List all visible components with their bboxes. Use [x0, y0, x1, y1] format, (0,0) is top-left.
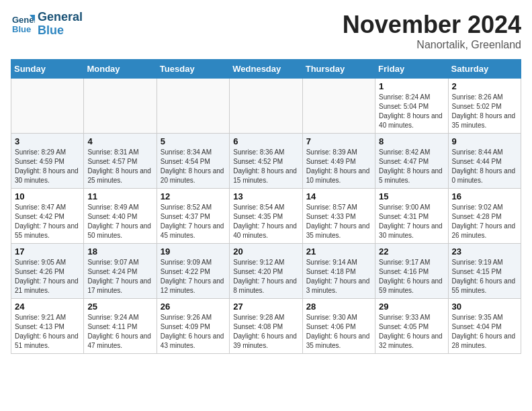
calendar-table: SundayMondayTuesdayWednesdayThursdayFrid… — [11, 59, 521, 354]
day-info: Sunrise: 8:26 AMSunset: 5:02 PMDaylight:… — [452, 93, 517, 130]
calendar-cell: 14Sunrise: 8:57 AMSunset: 4:33 PMDayligh… — [302, 189, 375, 244]
week-row-2: 3Sunrise: 8:29 AMSunset: 4:59 PMDaylight… — [11, 134, 521, 189]
day-info: Sunrise: 8:57 AMSunset: 4:33 PMDaylight:… — [306, 203, 371, 240]
calendar-cell — [84, 79, 157, 134]
day-info: Sunrise: 9:33 AMSunset: 4:05 PMDaylight:… — [379, 313, 444, 351]
day-info: Sunrise: 8:36 AMSunset: 4:52 PMDaylight:… — [233, 148, 298, 185]
day-info: Sunrise: 8:24 AMSunset: 5:04 PMDaylight:… — [379, 93, 444, 130]
day-number: 21 — [306, 246, 371, 257]
calendar-cell: 23Sunrise: 9:19 AMSunset: 4:15 PMDayligh… — [448, 244, 521, 299]
day-info: Sunrise: 8:44 AMSunset: 4:44 PMDaylight:… — [452, 148, 517, 185]
page-header: General Blue General Blue November 2024 … — [11, 11, 521, 51]
day-number: 4 — [87, 136, 152, 146]
svg-text:Blue: Blue — [12, 24, 31, 34]
week-row-1: 1Sunrise: 8:24 AMSunset: 5:04 PMDaylight… — [11, 79, 521, 134]
day-info: Sunrise: 8:52 AMSunset: 4:37 PMDaylight:… — [161, 203, 226, 240]
day-info: Sunrise: 9:35 AMSunset: 4:04 PMDaylight:… — [452, 313, 517, 351]
day-number: 24 — [15, 302, 80, 312]
day-number: 12 — [161, 191, 226, 201]
day-number: 16 — [452, 191, 517, 201]
day-number: 20 — [233, 246, 298, 257]
weekday-header-thursday: Thursday — [302, 60, 375, 79]
day-info: Sunrise: 9:30 AMSunset: 4:06 PMDaylight:… — [306, 313, 371, 351]
day-info: Sunrise: 9:19 AMSunset: 4:15 PMDaylight:… — [452, 258, 517, 295]
day-info: Sunrise: 9:17 AMSunset: 4:16 PMDaylight:… — [379, 258, 444, 295]
day-info: Sunrise: 8:49 AMSunset: 4:40 PMDaylight:… — [87, 203, 152, 240]
calendar-cell: 12Sunrise: 8:52 AMSunset: 4:37 PMDayligh… — [157, 189, 229, 244]
day-info: Sunrise: 9:00 AMSunset: 4:31 PMDaylight:… — [379, 203, 444, 240]
weekday-header-saturday: Saturday — [448, 60, 521, 79]
day-info: Sunrise: 8:31 AMSunset: 4:57 PMDaylight:… — [87, 148, 152, 185]
title-block: November 2024 Nanortalik, Greenland — [343, 11, 521, 51]
calendar-cell — [157, 79, 229, 134]
calendar-cell: 22Sunrise: 9:17 AMSunset: 4:16 PMDayligh… — [375, 244, 448, 299]
day-info: Sunrise: 8:29 AMSunset: 4:59 PMDaylight:… — [15, 148, 80, 185]
day-number: 10 — [15, 191, 80, 201]
day-number: 1 — [379, 81, 444, 91]
weekday-header-friday: Friday — [375, 60, 448, 79]
day-info: Sunrise: 9:05 AMSunset: 4:26 PMDaylight:… — [15, 258, 80, 295]
day-number: 14 — [306, 191, 371, 201]
calendar-cell: 9Sunrise: 8:44 AMSunset: 4:44 PMDaylight… — [448, 134, 521, 189]
calendar-cell: 18Sunrise: 9:07 AMSunset: 4:24 PMDayligh… — [84, 244, 157, 299]
day-info: Sunrise: 8:47 AMSunset: 4:42 PMDaylight:… — [15, 203, 80, 240]
week-row-5: 24Sunrise: 9:21 AMSunset: 4:13 PMDayligh… — [11, 299, 521, 354]
day-info: Sunrise: 9:07 AMSunset: 4:24 PMDaylight:… — [87, 258, 152, 295]
calendar-cell: 5Sunrise: 8:34 AMSunset: 4:54 PMDaylight… — [157, 134, 229, 189]
weekday-header-sunday: Sunday — [11, 60, 84, 79]
calendar-cell: 16Sunrise: 9:02 AMSunset: 4:28 PMDayligh… — [448, 189, 521, 244]
weekday-header-row: SundayMondayTuesdayWednesdayThursdayFrid… — [11, 60, 521, 79]
day-info: Sunrise: 8:39 AMSunset: 4:49 PMDaylight:… — [306, 148, 371, 185]
week-row-3: 10Sunrise: 8:47 AMSunset: 4:42 PMDayligh… — [11, 189, 521, 244]
day-info: Sunrise: 9:21 AMSunset: 4:13 PMDaylight:… — [15, 313, 80, 351]
day-number: 5 — [161, 136, 226, 146]
day-number: 29 — [379, 302, 444, 312]
day-info: Sunrise: 9:14 AMSunset: 4:18 PMDaylight:… — [306, 258, 371, 295]
day-info: Sunrise: 9:26 AMSunset: 4:09 PMDaylight:… — [161, 313, 226, 351]
day-info: Sunrise: 8:34 AMSunset: 4:54 PMDaylight:… — [161, 148, 226, 185]
day-number: 6 — [233, 136, 298, 146]
day-info: Sunrise: 9:09 AMSunset: 4:22 PMDaylight:… — [161, 258, 226, 295]
day-info: Sunrise: 9:12 AMSunset: 4:20 PMDaylight:… — [233, 258, 298, 295]
calendar-cell: 13Sunrise: 8:54 AMSunset: 4:35 PMDayligh… — [230, 189, 302, 244]
day-info: Sunrise: 9:24 AMSunset: 4:11 PMDaylight:… — [87, 313, 152, 351]
calendar-cell: 19Sunrise: 9:09 AMSunset: 4:22 PMDayligh… — [157, 244, 229, 299]
day-number: 30 — [452, 302, 517, 312]
calendar-cell: 11Sunrise: 8:49 AMSunset: 4:40 PMDayligh… — [84, 189, 157, 244]
logo-general: General — [38, 11, 83, 24]
day-number: 23 — [452, 246, 517, 257]
day-number: 26 — [161, 302, 226, 312]
day-number: 3 — [15, 136, 80, 146]
day-number: 2 — [452, 81, 517, 91]
day-number: 7 — [306, 136, 371, 146]
day-info: Sunrise: 8:54 AMSunset: 4:35 PMDaylight:… — [233, 203, 298, 240]
day-number: 18 — [87, 246, 152, 257]
day-info: Sunrise: 9:28 AMSunset: 4:08 PMDaylight:… — [233, 313, 298, 351]
calendar-cell: 4Sunrise: 8:31 AMSunset: 4:57 PMDaylight… — [84, 134, 157, 189]
week-row-4: 17Sunrise: 9:05 AMSunset: 4:26 PMDayligh… — [11, 244, 521, 299]
logo-icon: General Blue — [11, 12, 35, 36]
weekday-header-wednesday: Wednesday — [230, 60, 302, 79]
calendar-cell: 30Sunrise: 9:35 AMSunset: 4:04 PMDayligh… — [448, 299, 521, 354]
calendar-cell: 1Sunrise: 8:24 AMSunset: 5:04 PMDaylight… — [375, 79, 448, 134]
calendar-cell: 21Sunrise: 9:14 AMSunset: 4:18 PMDayligh… — [302, 244, 375, 299]
calendar-cell: 20Sunrise: 9:12 AMSunset: 4:20 PMDayligh… — [230, 244, 302, 299]
calendar-cell: 26Sunrise: 9:26 AMSunset: 4:09 PMDayligh… — [157, 299, 229, 354]
day-number: 9 — [452, 136, 517, 146]
calendar-cell: 28Sunrise: 9:30 AMSunset: 4:06 PMDayligh… — [302, 299, 375, 354]
day-number: 27 — [233, 302, 298, 312]
calendar-cell: 29Sunrise: 9:33 AMSunset: 4:05 PMDayligh… — [375, 299, 448, 354]
calendar-cell: 25Sunrise: 9:24 AMSunset: 4:11 PMDayligh… — [84, 299, 157, 354]
calendar-cell: 17Sunrise: 9:05 AMSunset: 4:26 PMDayligh… — [11, 244, 84, 299]
day-number: 11 — [87, 191, 152, 201]
calendar-cell — [11, 79, 84, 134]
logo-blue: Blue — [38, 24, 83, 38]
calendar-cell: 2Sunrise: 8:26 AMSunset: 5:02 PMDaylight… — [448, 79, 521, 134]
calendar-cell: 24Sunrise: 9:21 AMSunset: 4:13 PMDayligh… — [11, 299, 84, 354]
day-number: 28 — [306, 302, 371, 312]
calendar-cell — [230, 79, 302, 134]
day-info: Sunrise: 9:02 AMSunset: 4:28 PMDaylight:… — [452, 203, 517, 240]
day-number: 8 — [379, 136, 444, 146]
calendar-cell: 7Sunrise: 8:39 AMSunset: 4:49 PMDaylight… — [302, 134, 375, 189]
day-info: Sunrise: 8:42 AMSunset: 4:47 PMDaylight:… — [379, 148, 444, 185]
